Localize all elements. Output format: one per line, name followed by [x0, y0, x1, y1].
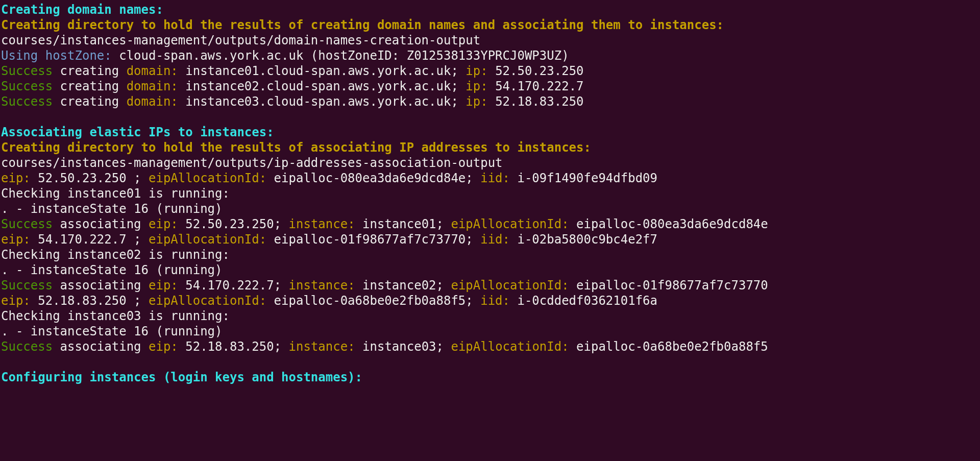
label-ip: ip:: [465, 94, 487, 109]
value-domain: instance03.cloud-span.aws.york.ac.uk;: [178, 94, 466, 109]
section-header-domains: Creating domain names:: [1, 3, 163, 17]
label-ip: ip:: [465, 64, 487, 78]
value-alloc: eipalloc-0a68be0e2fb0a88f5;: [266, 294, 480, 308]
status-success: Success: [1, 217, 53, 231]
label-eip: eip:: [1, 294, 31, 308]
check-running: Checking instance02 is running:: [1, 248, 230, 262]
status-success: Success: [1, 64, 53, 78]
label-iid: iid:: [480, 232, 510, 247]
value-domain: instance02.cloud-span.aws.york.ac.uk;: [178, 79, 466, 93]
text-associating: associating: [53, 217, 149, 231]
value-instance: instance03;: [355, 339, 451, 354]
label-alloc: eipAllocationId:: [451, 278, 569, 293]
instance-state: . - instanceState 16 (running): [1, 263, 222, 277]
label-iid: iid:: [480, 171, 510, 185]
value-domain: instance01.cloud-span.aws.york.ac.uk;: [178, 64, 466, 78]
label-instance: instance:: [289, 278, 355, 293]
label-iid: iid:: [480, 294, 510, 308]
value-iid: i-02ba5800c9bc4e2f7: [510, 232, 657, 247]
value-alloc: eipalloc-01f98677af7c73770: [569, 278, 768, 293]
section-subheader-domains: Creating directory to hold the results o…: [1, 18, 724, 32]
text-creating: creating: [53, 64, 127, 78]
label-alloc: eipAllocationId:: [451, 339, 569, 354]
hostzone-label: Using hostZone:: [1, 48, 119, 63]
value-ip: 54.170.222.7: [488, 79, 584, 93]
section-header-eip: Associating elastic IPs to instances:: [1, 125, 274, 139]
value-alloc: eipalloc-080ea3da6e9dcd84e: [569, 217, 768, 231]
label-domain: domain:: [127, 94, 178, 109]
label-instance: instance:: [289, 217, 355, 231]
value-alloc: eipalloc-0a68be0e2fb0a88f5: [569, 339, 768, 354]
label-domain: domain:: [127, 79, 178, 93]
label-alloc: eipAllocationId:: [149, 294, 266, 308]
value-iid: i-09f1490fe94dfbd09: [510, 171, 657, 185]
section-subheader-eip: Creating directory to hold the results o…: [1, 140, 591, 155]
hostzone-value: cloud-span.aws.york.ac.uk (hostZoneID: Z…: [119, 48, 569, 63]
text-associating: associating: [53, 339, 149, 354]
check-running: Checking instance03 is running:: [1, 309, 230, 323]
status-success: Success: [1, 94, 53, 109]
value-eip: 54.170.222.7;: [178, 278, 289, 293]
text-creating: creating: [53, 79, 127, 93]
value-iid: i-0cddedf0362101f6a: [510, 294, 657, 308]
terminal-output[interactable]: Creating domain names: Creating director…: [0, 0, 980, 387]
label-domain: domain:: [127, 64, 178, 78]
value-ip: 52.50.23.250: [488, 64, 584, 78]
value-eip: 52.18.83.250 ;: [31, 294, 149, 308]
section-header-config: Configuring instances (login keys and ho…: [1, 370, 362, 384]
value-alloc: eipalloc-080ea3da6e9dcd84e;: [266, 171, 480, 185]
check-running: Checking instance01 is running:: [1, 186, 230, 201]
label-alloc: eipAllocationId:: [149, 171, 266, 185]
output-path-eip: courses/instances-management/outputs/ip-…: [1, 156, 503, 170]
value-instance: instance02;: [355, 278, 451, 293]
status-success: Success: [1, 79, 53, 93]
label-instance: instance:: [289, 339, 355, 354]
label-eip: eip:: [149, 278, 178, 293]
value-eip: 52.50.23.250 ;: [31, 171, 149, 185]
value-ip: 52.18.83.250: [488, 94, 584, 109]
status-success: Success: [1, 339, 53, 354]
text-associating: associating: [53, 278, 149, 293]
label-alloc: eipAllocationId:: [451, 217, 569, 231]
label-eip: eip:: [149, 217, 178, 231]
value-eip: 52.50.23.250;: [178, 217, 289, 231]
label-alloc: eipAllocationId:: [149, 232, 266, 247]
instance-state: . - instanceState 16 (running): [1, 324, 222, 338]
label-eip: eip:: [1, 232, 31, 247]
output-path-domains: courses/instances-management/outputs/dom…: [1, 33, 480, 47]
value-eip: 52.18.83.250;: [178, 339, 289, 354]
text-creating: creating: [53, 94, 127, 109]
value-eip: 54.170.222.7 ;: [31, 232, 149, 247]
instance-state: . - instanceState 16 (running): [1, 202, 222, 216]
status-success: Success: [1, 278, 53, 293]
value-instance: instance01;: [355, 217, 451, 231]
label-eip: eip:: [1, 171, 31, 185]
label-eip: eip:: [149, 339, 178, 354]
value-alloc: eipalloc-01f98677af7c73770;: [266, 232, 480, 247]
label-ip: ip:: [465, 79, 487, 93]
